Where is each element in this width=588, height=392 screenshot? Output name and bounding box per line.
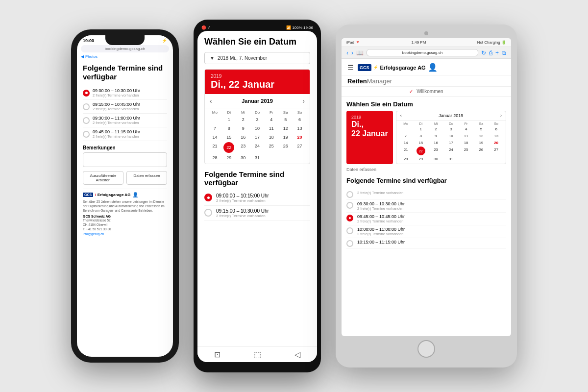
arbeiten-button[interactable]: Auszuführende Arbeiten [83, 171, 123, 185]
cal-day[interactable]: 12 [278, 124, 293, 132]
ipad-day[interactable]: 21 [398, 147, 414, 155]
cal-day[interactable]: 10 [250, 124, 265, 132]
radio-2[interactable] [83, 103, 90, 110]
ipad-cal-prev[interactable]: ‹ [400, 113, 402, 118]
cal-day[interactable]: 28 [208, 154, 222, 162]
cal-day[interactable]: 11 [264, 124, 278, 132]
ipad-day[interactable]: 9 [428, 133, 443, 139]
cal-day[interactable]: 30 [236, 154, 250, 162]
android-radio-2[interactable] [204, 209, 212, 217]
cal-day[interactable]: 15 [222, 133, 236, 141]
ipad-day[interactable]: 31 [443, 156, 459, 162]
android-nav-home[interactable]: ⬚ [254, 350, 261, 359]
ipad-tabs-btn[interactable]: ⧉ [502, 49, 506, 56]
ipad-day[interactable]: 26 [473, 147, 489, 155]
hamburger-menu-btn[interactable]: ☰ [347, 64, 354, 72]
cal-day[interactable]: 4 [264, 116, 278, 123]
cal-day[interactable]: 31 [250, 154, 265, 162]
cal-day[interactable]: 3 [250, 116, 265, 123]
ipad-day[interactable]: 12 [473, 133, 489, 139]
ipad-radio-4[interactable] [346, 227, 353, 234]
cal-day-red[interactable]: 20 [293, 133, 307, 141]
cal-day[interactable]: 26 [278, 142, 293, 153]
cal-day[interactable]: 13 [293, 124, 307, 132]
cal-day[interactable]: 8 [222, 124, 236, 132]
radio-1[interactable] [83, 90, 90, 97]
cal-day[interactable]: 19 [278, 133, 293, 141]
ipad-day[interactable]: 11 [459, 133, 474, 139]
ipad-day[interactable]: 15 [413, 140, 428, 146]
cal-day[interactable]: 29 [222, 154, 236, 162]
cal-day[interactable]: 25 [264, 142, 278, 153]
ipad-day[interactable]: 23 [428, 147, 443, 155]
ipad-daten-label[interactable]: Daten erfassen [346, 167, 506, 172]
ipad-day[interactable]: 27 [489, 147, 504, 155]
remarks-input[interactable] [83, 152, 167, 167]
ipad-day[interactable]: 18 [459, 140, 474, 146]
ipad-day[interactable]: 13 [489, 133, 504, 139]
cal-day[interactable]: 9 [236, 124, 250, 132]
ipad-cal-next[interactable]: › [500, 113, 502, 118]
ipad-bookmark-btn[interactable]: 📖 [356, 49, 364, 56]
cal-day[interactable]: 18 [264, 133, 278, 141]
ipad-slot-2[interactable]: 09:30:00 – 10:30:00 Uhr 2 freie(r) Termi… [346, 200, 506, 213]
ipad-day-selected[interactable]: 22 [416, 147, 425, 155]
cal-day[interactable]: 27 [293, 142, 307, 153]
android-nav-recent[interactable]: ⊡ [214, 350, 220, 359]
cal-prev-arrow[interactable]: ‹ [210, 97, 212, 105]
ipad-day[interactable]: 10 [443, 133, 459, 139]
ipad-radio-1[interactable] [346, 191, 353, 198]
ipad-day[interactable]: 17 [443, 140, 459, 146]
cal-day[interactable]: 21 [208, 142, 222, 153]
time-slot-4[interactable]: 09:45:00 – 11:15:00 Uhr 2 freie(r) Termi… [83, 127, 167, 141]
ipad-day[interactable]: 28 [398, 156, 414, 162]
cal-day[interactable]: 7 [208, 124, 222, 132]
iphone-back-nav[interactable]: ◀ Photos [77, 53, 173, 60]
ipad-back-btn[interactable]: ‹ [346, 49, 348, 56]
time-slot-2[interactable]: 09:15:00 – 10:45:00 Uhr 2 freie(r) Termi… [83, 100, 167, 114]
ipad-day[interactable]: 8 [413, 133, 428, 139]
ipad-day[interactable]: 29 [413, 156, 428, 162]
cal-day-selected[interactable]: 22 [223, 142, 234, 153]
android-radio-1[interactable] [204, 194, 212, 201]
ipad-day[interactable]: 24 [443, 147, 459, 155]
ipad-day[interactable]: 7 [398, 133, 414, 139]
ipad-new-tab-btn[interactable]: + [495, 49, 499, 56]
ipad-slot-3[interactable]: 09:45:00 – 10:45:00 Uhr 2 freie(r) Termi… [346, 213, 506, 225]
ipad-home-button[interactable] [417, 340, 435, 358]
ipad-day[interactable]: 3 [443, 126, 459, 132]
ipad-reload-btn[interactable]: ↻ [481, 49, 486, 56]
ipad-day[interactable]: 4 [459, 126, 474, 132]
cal-day[interactable]: 5 [278, 116, 293, 123]
ipad-day[interactable]: 6 [489, 126, 504, 132]
android-nav-back[interactable]: ◁ [294, 350, 300, 359]
time-slot-1[interactable]: 09:00:00 – 10:30:00 Uhr 2 freie(r) Termi… [83, 86, 167, 100]
ipad-day[interactable]: 30 [428, 156, 443, 162]
ipad-share-btn[interactable]: ⎙ [489, 49, 492, 56]
cal-day[interactable]: 6 [293, 116, 307, 123]
ipad-url-input[interactable]: bookingdemo.gcsag.ch [367, 49, 478, 56]
ipad-radio-5[interactable] [346, 240, 353, 247]
cal-day[interactable]: 2 [236, 116, 250, 123]
cal-day[interactable]: 1 [222, 116, 236, 123]
ipad-day-red[interactable]: 20 [489, 140, 504, 146]
cal-day[interactable]: 14 [208, 133, 222, 141]
ipad-radio-3[interactable] [346, 215, 353, 221]
ipad-slot-1[interactable]: 2 freie(r) Termine vorhanden [346, 189, 506, 200]
ipad-day[interactable]: 5 [473, 126, 489, 132]
ipad-day[interactable]: 19 [473, 140, 489, 146]
cal-day[interactable]: 16 [236, 133, 250, 141]
ipad-fwd-btn[interactable]: › [351, 49, 353, 56]
cal-day[interactable]: 24 [250, 142, 265, 153]
ipad-day[interactable]: 1 [413, 126, 428, 132]
android-slot-1[interactable]: 09:00:00 – 10:15:00 Uhr 2 freie(r) Termi… [204, 191, 310, 206]
radio-3[interactable] [83, 117, 90, 124]
ipad-day[interactable]: 2 [428, 126, 443, 132]
daten-button[interactable]: Daten erfassen [126, 171, 167, 185]
android-slot-2[interactable]: 09:15:00 – 10:30:00 Uhr 2 freie(r) Termi… [204, 206, 310, 221]
ipad-day[interactable]: 14 [398, 140, 414, 146]
ipad-slot-5[interactable]: 10:15:00 – 11:15:00 Uhr [346, 238, 506, 249]
ipad-radio-2[interactable] [346, 202, 353, 209]
date-selector[interactable]: ▼ 2018 Mi., 7. November [204, 52, 310, 64]
time-slot-3[interactable]: 09:30:00 – 11:00:00 Uhr 2 freie(r) Termi… [83, 114, 167, 127]
